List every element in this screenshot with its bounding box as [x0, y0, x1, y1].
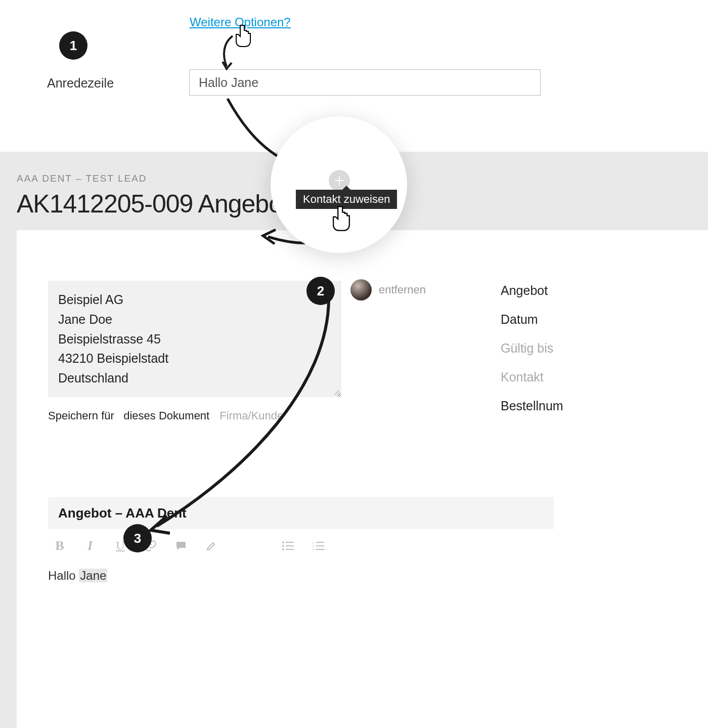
svg-point-0	[282, 541, 284, 543]
avatar[interactable]	[350, 279, 372, 301]
pointer-cursor-icon	[330, 205, 352, 234]
comment-icon[interactable]	[173, 538, 189, 553]
editor-body[interactable]: Hallo Jane	[48, 569, 708, 583]
document-card: Beispiel AG Jane Doe Beispielstrasse 45 …	[17, 230, 708, 728]
salutation-input[interactable]	[189, 69, 541, 96]
meta-offer-label: Angebot	[501, 283, 563, 298]
save-for-row: Speichern für dieses Dokument Firma/Kund…	[48, 409, 708, 422]
highlight-icon[interactable]	[204, 538, 219, 553]
address-line: Beispielstrasse 45	[58, 329, 331, 349]
step-badge-2: 2	[306, 277, 335, 305]
svg-rect-3	[286, 545, 294, 546]
salutation-label: Anredezeile	[47, 76, 114, 91]
numbered-list-icon[interactable]: 123	[311, 538, 326, 553]
remove-contact-link[interactable]: entfernen	[379, 283, 426, 296]
address-line: 43210 Beispielstadt	[58, 349, 331, 368]
svg-point-2	[282, 545, 284, 547]
editor-greeting-text: Hallo	[48, 569, 79, 582]
document-meta: Angebot Datum Gültig bis Kontakt Bestell…	[501, 283, 563, 413]
meta-valid-until-label: Gültig bis	[501, 341, 563, 356]
bullet-list-icon[interactable]	[281, 538, 296, 553]
meta-date-label: Datum	[501, 312, 563, 327]
address-line: Deutschland	[58, 368, 331, 388]
svg-rect-7	[316, 542, 324, 543]
save-for-this-document[interactable]: dieses Dokument	[123, 409, 209, 422]
svg-point-4	[282, 548, 284, 550]
step-badge-1: 1	[59, 31, 87, 60]
editor-greeting-name: Jane	[79, 569, 107, 582]
assigned-contact: entfernen	[350, 279, 426, 301]
pointer-cursor-icon	[234, 24, 253, 50]
meta-order-label: Bestellnum	[501, 399, 563, 413]
plus-icon	[335, 176, 344, 185]
svg-rect-9	[316, 545, 324, 546]
address-textarea[interactable]: Beispiel AG Jane Doe Beispielstrasse 45 …	[48, 281, 341, 397]
resize-handle-icon[interactable]	[334, 390, 340, 396]
save-for-label: Speichern für	[48, 409, 114, 422]
step-badge-3: 3	[123, 524, 152, 552]
svg-rect-5	[286, 549, 294, 550]
save-for-company[interactable]: Firma/Kunde	[219, 409, 283, 422]
subject-field[interactable]: Angebot – AAA Dent	[48, 497, 554, 529]
meta-contact-label: Kontakt	[501, 370, 563, 384]
bold-icon[interactable]: B	[52, 538, 67, 553]
svg-text:3: 3	[312, 548, 314, 551]
address-line: Beispiel AG	[58, 290, 331, 310]
address-line: Jane Doe	[58, 310, 331, 329]
svg-rect-1	[286, 542, 294, 543]
svg-rect-11	[316, 549, 324, 550]
italic-icon[interactable]: I	[82, 538, 98, 553]
